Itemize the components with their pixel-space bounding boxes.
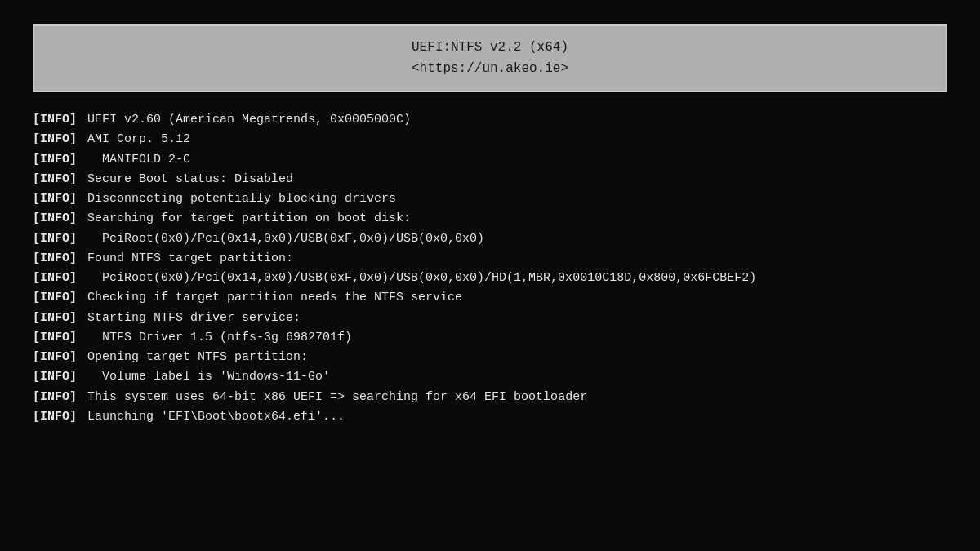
log-line: [INFO] MANIFOLD 2-C — [33, 150, 947, 169]
log-line: [INFO] UEFI v2.60 (American Megatrends, … — [33, 110, 947, 129]
log-tag: [INFO] — [33, 130, 77, 149]
log-tag: [INFO] — [33, 209, 77, 228]
log-tag: [INFO] — [33, 150, 77, 169]
log-tag: [INFO] — [33, 110, 77, 129]
log-line: [INFO] Opening target NTFS partition: — [33, 348, 947, 367]
log-message: Found NTFS target partition: — [80, 249, 293, 268]
log-tag: [INFO] — [33, 288, 77, 307]
log-tag: [INFO] — [33, 407, 77, 426]
log-line: [INFO] Secure Boot status: Disabled — [33, 170, 947, 189]
log-message: MANIFOLD 2-C — [80, 150, 190, 169]
log-message: Volume label is 'Windows-11-Go' — [80, 367, 330, 386]
log-message: Disconnecting potentially blocking drive… — [80, 189, 396, 208]
log-message: AMI Corp. 5.12 — [80, 130, 190, 149]
title-line1: UEFI:NTFS v2.2 (x64) — [51, 38, 929, 59]
log-message: Starting NTFS driver service: — [80, 309, 301, 327]
log-line: [INFO] Launching 'EFI\Boot\bootx64.efi'.… — [33, 407, 947, 426]
log-line: [INFO] Searching for target partition on… — [33, 209, 947, 228]
log-line: [INFO] Found NTFS target partition: — [33, 249, 947, 268]
log-message: NTFS Driver 1.5 (ntfs-3g 6982701f) — [80, 328, 352, 347]
log-line: [INFO] Starting NTFS driver service: — [33, 309, 947, 327]
log-message: PciRoot(0x0)/Pci(0x14,0x0)/USB(0xF,0x0)/… — [80, 269, 756, 287]
log-tag: [INFO] — [33, 229, 77, 248]
title-line2: <https://un.akeo.ie> — [51, 59, 929, 80]
log-tag: [INFO] — [33, 170, 77, 189]
log-tag: [INFO] — [33, 328, 77, 347]
log-message: Secure Boot status: Disabled — [80, 170, 293, 189]
log-message: This system uses 64-bit x86 UEFI => sear… — [80, 388, 587, 407]
log-line: [INFO] PciRoot(0x0)/Pci(0x14,0x0)/USB(0x… — [33, 269, 947, 287]
log-message: Searching for target partition on boot d… — [80, 209, 411, 228]
log-tag: [INFO] — [33, 249, 77, 268]
log-tag: [INFO] — [33, 348, 77, 367]
title-box: UEFI:NTFS v2.2 (x64) <https://un.akeo.ie… — [33, 24, 947, 92]
log-line: [INFO] NTFS Driver 1.5 (ntfs-3g 6982701f… — [33, 328, 947, 347]
log-message: Launching 'EFI\Boot\bootx64.efi'... — [80, 407, 345, 426]
log-line: [INFO] Disconnecting potentially blockin… — [33, 189, 947, 208]
log-tag: [INFO] — [33, 367, 77, 386]
log-line: [INFO] Volume label is 'Windows-11-Go' — [33, 367, 947, 386]
log-area: [INFO] UEFI v2.60 (American Megatrends, … — [33, 110, 947, 426]
log-message: PciRoot(0x0)/Pci(0x14,0x0)/USB(0xF,0x0)/… — [80, 229, 484, 248]
log-message: Opening target NTFS partition: — [80, 348, 308, 367]
log-message: Checking if target partition needs the N… — [80, 288, 462, 307]
log-line: [INFO] This system uses 64-bit x86 UEFI … — [33, 388, 947, 407]
log-line: [INFO] AMI Corp. 5.12 — [33, 130, 947, 149]
log-tag: [INFO] — [33, 309, 77, 327]
log-tag: [INFO] — [33, 388, 77, 407]
log-tag: [INFO] — [33, 189, 77, 208]
log-message: UEFI v2.60 (American Megatrends, 0x00050… — [80, 110, 411, 129]
log-line: [INFO] PciRoot(0x0)/Pci(0x14,0x0)/USB(0x… — [33, 229, 947, 248]
log-line: [INFO] Checking if target partition need… — [33, 288, 947, 307]
log-tag: [INFO] — [33, 269, 77, 287]
